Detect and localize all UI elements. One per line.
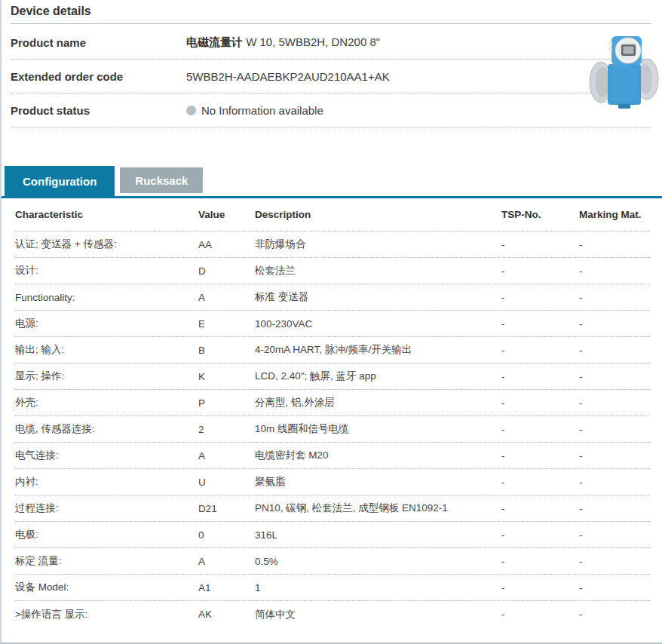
product-status-label: Product status bbox=[11, 104, 186, 117]
cell-tsp-no: - bbox=[501, 292, 579, 303]
cell-value: E bbox=[198, 318, 255, 330]
product-name-bold: 电磁流量计 bbox=[186, 35, 243, 48]
cell-value: D21 bbox=[198, 503, 255, 514]
cell-marking-mat: - bbox=[579, 371, 650, 382]
cell-marking-mat: - bbox=[579, 397, 650, 409]
cell-description: 0.5% bbox=[255, 556, 501, 567]
cell-characteristic: 认证; 变送器 + 传感器: bbox=[15, 238, 198, 251]
cell-characteristic: 电极: bbox=[15, 528, 198, 541]
order-code-label: Extended order code bbox=[11, 70, 186, 83]
cell-characteristic: 电气连接: bbox=[15, 449, 198, 462]
page-title: Device details bbox=[11, 5, 651, 24]
cell-tsp-no: - bbox=[501, 318, 579, 330]
configuration-table: Characteristic Value Description TSP-No.… bbox=[2, 198, 662, 627]
cell-marking-mat: - bbox=[579, 318, 650, 330]
cell-tsp-no: - bbox=[501, 609, 579, 620]
tab-rucksack[interactable]: Rucksack bbox=[120, 167, 203, 193]
table-row: 设备 Model: A1 1 - - bbox=[15, 575, 650, 601]
cell-characteristic: 设备 Model: bbox=[15, 581, 198, 594]
cell-marking-mat: - bbox=[579, 529, 650, 541]
cell-marking-mat: - bbox=[579, 450, 650, 462]
table-row: 过程连接: D21 PN10, 碳钢, 松套法兰, 成型钢板 EN1092-1 … bbox=[15, 495, 650, 522]
cell-value: A bbox=[198, 556, 255, 567]
cell-tsp-no: - bbox=[501, 265, 579, 277]
cell-characteristic: 电源: bbox=[15, 317, 198, 330]
cell-characteristic: >操作语言 显示: bbox=[15, 608, 198, 621]
table-row: 认证; 变送器 + 传感器: AA 非防爆场合 - - bbox=[15, 232, 650, 258]
tab-configuration[interactable]: Configuration bbox=[5, 166, 115, 196]
table-row: 输出; 输入: B 4-20mA HART, 脉冲/频率/开关输出 - - bbox=[15, 337, 650, 363]
table-row: 标定 流量: A 0.5% - - bbox=[15, 548, 650, 575]
cell-marking-mat: - bbox=[579, 582, 650, 593]
cell-tsp-no: - bbox=[501, 556, 579, 567]
cell-value: A bbox=[198, 450, 255, 462]
device-details-section: Device details Product name 电磁流量计 W 10, … bbox=[2, 0, 662, 127]
table-row: 电气连接: A 电缆密封套 M20 - - bbox=[15, 443, 650, 469]
cell-tsp-no: - bbox=[501, 345, 579, 356]
order-code-row: Extended order code 5WBB2H-AADAEBKP2AUD2… bbox=[11, 60, 651, 94]
product-status-row: Product status No Information available bbox=[11, 94, 651, 127]
cell-description: 标准 变送器 bbox=[255, 290, 501, 304]
status-dot-icon bbox=[186, 106, 196, 115]
device-info-rows: Product name 电磁流量计 W 10, 5WBB2H, DN200 8… bbox=[11, 26, 651, 127]
cell-characteristic: 设计: bbox=[15, 264, 198, 278]
cell-value: A bbox=[198, 292, 255, 303]
cell-description: 10m 线圈和信号电缆 bbox=[255, 422, 501, 436]
cell-description: 非防爆场合 bbox=[255, 238, 501, 251]
cell-characteristic: 标定 流量: bbox=[15, 554, 198, 568]
cell-value: U bbox=[198, 477, 255, 488]
table-row: 电极: 0 316L - - bbox=[15, 522, 650, 548]
cell-description: 100-230VAC bbox=[255, 318, 501, 330]
col-header-value: Value bbox=[198, 209, 255, 220]
col-header-tsp-no: TSP-No. bbox=[501, 209, 579, 220]
cell-marking-mat: - bbox=[579, 265, 650, 277]
product-status-value: No Information available bbox=[186, 104, 323, 117]
product-name-row: Product name 电磁流量计 W 10, 5WBB2H, DN200 8… bbox=[11, 26, 651, 60]
table-row: 电缆, 传感器连接: 2 10m 线圈和信号电缆 - - bbox=[15, 416, 650, 443]
tab-bar: Configuration Rucksack bbox=[2, 166, 662, 198]
table-row: 外壳: P 分离型, 铝,外涂层 - - bbox=[15, 390, 650, 416]
cell-marking-mat: - bbox=[579, 556, 650, 567]
cell-tsp-no: - bbox=[501, 450, 579, 462]
cell-value: A1 bbox=[198, 582, 255, 593]
cell-marking-mat: - bbox=[579, 239, 650, 250]
cell-marking-mat: - bbox=[579, 477, 650, 488]
cell-description: LCD, 2.40"; 触屏, 蓝牙 app bbox=[255, 370, 501, 383]
cell-tsp-no: - bbox=[501, 371, 579, 382]
table-header-row: Characteristic Value Description TSP-No.… bbox=[15, 198, 650, 232]
cell-description: PN10, 碳钢, 松套法兰, 成型钢板 EN1092-1 bbox=[255, 501, 501, 515]
cell-characteristic: Functionality: bbox=[15, 292, 198, 303]
cell-tsp-no: - bbox=[501, 397, 579, 409]
cell-tsp-no: - bbox=[501, 503, 579, 514]
col-header-marking-mat: Marking Mat. bbox=[579, 209, 650, 220]
cell-marking-mat: - bbox=[579, 503, 650, 514]
cell-tsp-no: - bbox=[501, 239, 579, 250]
cell-characteristic: 电缆, 传感器连接: bbox=[15, 422, 198, 436]
table-row: 设计: D 松套法兰 - - bbox=[15, 258, 650, 284]
cell-description: 聚氨脂 bbox=[255, 475, 501, 489]
cell-value: 2 bbox=[198, 424, 255, 435]
table-row: Functionality: A 标准 变送器 - - bbox=[15, 284, 650, 311]
product-image-flowmeter bbox=[588, 34, 660, 112]
order-code-value: 5WBB2H-AADAEBKP2AUD210AA1+AK bbox=[186, 70, 390, 83]
status-text: No Information available bbox=[201, 104, 323, 117]
col-header-characteristic: Characteristic bbox=[15, 209, 198, 220]
cell-tsp-no: - bbox=[501, 529, 579, 541]
cell-characteristic: 外壳: bbox=[15, 396, 198, 409]
device-details-page: Device details Product name 电磁流量计 W 10, … bbox=[0, 0, 662, 644]
product-name-value: 电磁流量计 W 10, 5WBB2H, DN200 8" bbox=[186, 35, 380, 50]
cell-marking-mat: - bbox=[579, 424, 650, 435]
cell-marking-mat: - bbox=[579, 292, 650, 303]
cell-tsp-no: - bbox=[501, 582, 579, 593]
cell-value: P bbox=[198, 397, 255, 409]
cell-marking-mat: - bbox=[579, 609, 650, 620]
cell-description: 分离型, 铝,外涂层 bbox=[255, 396, 501, 409]
col-header-description: Description bbox=[255, 209, 501, 220]
table-row: 电源: E 100-230VAC - - bbox=[15, 311, 650, 337]
cell-characteristic: 输出; 输入: bbox=[15, 343, 198, 357]
flowmeter-illustration bbox=[588, 34, 660, 112]
cell-tsp-no: - bbox=[501, 424, 579, 435]
cell-marking-mat: - bbox=[579, 345, 650, 356]
cell-description: 1 bbox=[255, 582, 501, 593]
cell-description: 简体中文 bbox=[255, 608, 501, 621]
